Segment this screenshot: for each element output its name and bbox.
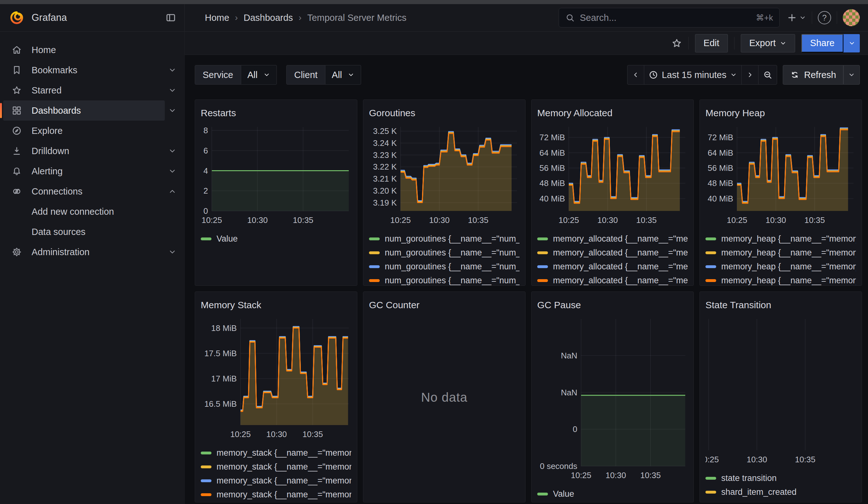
legend-item[interactable]: memory_allocated {__name__="memo [537, 260, 688, 274]
legend: memory_allocated {__name__="memomemory_a… [537, 232, 688, 286]
legend-item[interactable]: Value [201, 232, 351, 246]
panel-title[interactable]: State Transition [705, 299, 856, 311]
svg-text:6: 6 [204, 146, 208, 155]
chart-gc-pause[interactable]: 0 seconds0NaNNaN10:2510:3010:35 [537, 315, 688, 483]
share-button[interactable]: Share [802, 34, 844, 52]
panel-title[interactable]: GC Pause [537, 299, 688, 311]
help-button[interactable]: ? [818, 11, 831, 24]
legend-item[interactable]: memory_allocated {__name__="memo [537, 274, 688, 286]
legend-item[interactable]: state transition [705, 471, 856, 485]
legend-color-icon [201, 480, 211, 482]
sidebar-item-administration[interactable]: Administration [0, 242, 184, 262]
legend-item[interactable]: memory_allocated {__name__="memo [537, 246, 688, 260]
svg-text:10:30: 10:30 [266, 430, 287, 439]
panel-title[interactable]: GC Counter [369, 299, 519, 311]
panel-title[interactable]: Goroutines [369, 107, 519, 119]
chevron-down-icon[interactable] [165, 66, 180, 74]
sidebar-item-dashboards[interactable]: Dashboards [0, 101, 184, 121]
legend-item[interactable]: memory_allocated {__name__="memo [537, 232, 688, 246]
time-range-label: Last 15 minutes [662, 70, 726, 80]
no-data-message: No data [369, 315, 519, 480]
refresh-button[interactable]: Refresh [783, 65, 844, 85]
zoom-out-icon [763, 70, 772, 80]
chart-memory-stack[interactable]: 16.5 MiB17 MiB17.5 MiB18 MiB10:2510:3010… [201, 315, 351, 442]
export-button[interactable]: Export [741, 34, 795, 52]
sidebar-item-starred[interactable]: Starred [0, 80, 184, 101]
chevron-down-icon[interactable] [165, 106, 180, 115]
sidebar-item-data-sources[interactable]: Data sources [0, 222, 184, 242]
sidebar-item-alerting[interactable]: Alerting [0, 161, 184, 181]
legend-item[interactable]: memory_stack {__name__="memory_s [201, 474, 351, 487]
breadcrumb: Home › Dashboards › Temporal Server Metr… [205, 13, 406, 23]
divider [689, 37, 689, 50]
panel-state-transition: State Transition 10:2510:3010:35 state t… [700, 291, 862, 502]
legend-label: state transition [721, 473, 777, 483]
chart-restarts[interactable]: 0246810:2510:3010:35 [201, 123, 351, 227]
chart-memory-heap[interactable]: 40 MiB48 MiB56 MiB64 MiB72 MiB10:2510:30… [705, 123, 856, 227]
sidebar-item-label: Bookmarks [32, 65, 78, 75]
legend-item[interactable]: shard_item_created [705, 485, 856, 499]
time-shift-forward-button[interactable] [742, 65, 758, 85]
chevron-down-icon[interactable] [165, 167, 180, 175]
edit-button[interactable]: Edit [695, 34, 728, 52]
chart-goroutines[interactable]: 3.19 K3.20 K3.21 K3.22 K3.23 K3.24 K3.25… [369, 123, 519, 227]
sidebar-item-label: Administration [32, 247, 90, 257]
add-new-button[interactable] [787, 12, 806, 23]
chevron-down-icon[interactable] [165, 248, 180, 256]
service-selected-value: All [247, 70, 258, 80]
legend-item[interactable]: num_goroutines {__name__="num_go [369, 260, 519, 274]
share-menu-button[interactable] [844, 34, 860, 52]
svg-text:10:25: 10:25 [726, 215, 747, 225]
breadcrumb-dashboards[interactable]: Dashboards [244, 13, 293, 23]
svg-text:10:25: 10:25 [202, 215, 222, 225]
legend-item[interactable]: memory_heap {__name__="memory_h [705, 260, 856, 274]
legend-item[interactable]: memory_stack {__name__="memory_s [201, 487, 351, 502]
chart-memory-allocated[interactable]: 40 MiB48 MiB56 MiB64 MiB72 MiB10:2510:30… [537, 123, 688, 227]
sidebar-item-explore[interactable]: Explore [0, 121, 184, 141]
legend-item[interactable]: memory_stack {__name__="memory_s [201, 460, 351, 474]
refresh-interval-button[interactable] [844, 65, 860, 85]
collapse-sidebar-icon[interactable] [165, 12, 176, 23]
legend-item[interactable]: memory_heap {__name__="memory_h [705, 246, 856, 260]
topbar-main: Home › Dashboards › Temporal Server Metr… [185, 4, 868, 31]
sidebar-item-home[interactable]: Home [0, 40, 184, 60]
breadcrumb-home[interactable]: Home [205, 13, 229, 23]
search-input[interactable]: Search... ⌘+k [559, 8, 779, 28]
search-placeholder: Search... [580, 13, 617, 23]
zoom-out-button[interactable] [758, 65, 777, 85]
sidebar-item-bookmarks[interactable]: Bookmarks [0, 60, 184, 80]
legend-item[interactable]: num_goroutines {__name__="num_go [369, 274, 519, 286]
legend-item[interactable]: memory_stack {__name__="memory_s [201, 446, 351, 460]
svg-text:3.25 K: 3.25 K [373, 126, 397, 136]
panel-title[interactable]: Memory Heap [705, 107, 856, 119]
legend-item[interactable]: num_goroutines {__name__="num_go [369, 246, 519, 260]
sidebar-item-drilldown[interactable]: Drilldown [0, 141, 184, 161]
client-filter-value[interactable]: All [326, 65, 361, 85]
svg-text:10:30: 10:30 [247, 215, 268, 225]
legend-item[interactable]: memory_heap {__name__="memory_h [705, 232, 856, 246]
service-filter-value[interactable]: All [241, 65, 277, 85]
chevron-down-icon[interactable] [165, 147, 180, 155]
chevron-right-icon [746, 71, 754, 79]
sidebar-item-connections[interactable]: Connections [0, 181, 184, 202]
chevron-down-icon[interactable] [165, 86, 180, 94]
top-actions: ? [787, 9, 860, 26]
legend-color-icon [705, 491, 716, 494]
panel-title[interactable]: Memory Allocated [537, 107, 688, 119]
chevron-up-icon[interactable] [165, 187, 180, 195]
time-shift-back-button[interactable] [627, 65, 644, 85]
divider [837, 11, 837, 24]
grafana-logo-icon[interactable] [9, 10, 24, 25]
panel-title[interactable]: Restarts [201, 107, 351, 119]
star-dashboard-button[interactable] [671, 38, 682, 49]
legend-item[interactable]: num_goroutines {__name__="num_go [369, 232, 519, 246]
chart-state-transition[interactable]: 10:2510:3010:35 [705, 315, 856, 467]
panel-memory-heap: Memory Heap 40 MiB48 MiB56 MiB64 MiB72 M… [700, 100, 862, 286]
panel-restarts: Restarts 0246810:2510:3010:35 Value [195, 100, 357, 286]
avatar[interactable] [843, 9, 860, 26]
sidebar-item-add-new-connection[interactable]: Add new connection [0, 202, 184, 222]
time-range-picker[interactable]: Last 15 minutes [644, 65, 742, 85]
panel-title[interactable]: Memory Stack [201, 299, 351, 311]
legend-item[interactable]: memory_heap {__name__="memory_h [705, 274, 856, 286]
legend-item[interactable]: Value [537, 487, 688, 501]
